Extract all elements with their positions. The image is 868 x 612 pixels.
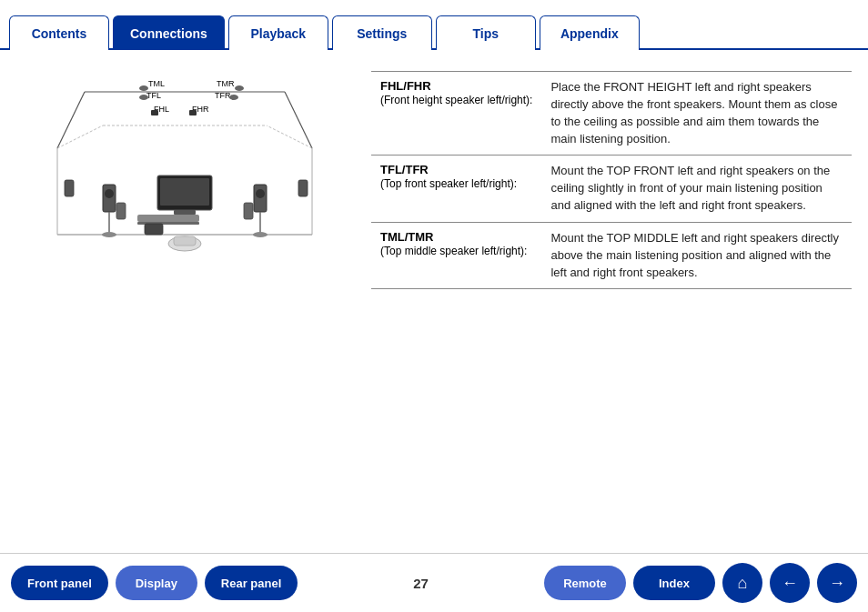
svg-rect-13 (151, 110, 158, 115)
svg-point-9 (229, 95, 238, 100)
forward-arrow-icon: → (829, 574, 845, 593)
svg-point-6 (235, 85, 244, 91)
desc-cell: Mount the TOP FRONT left and right speak… (541, 156, 852, 223)
forward-button[interactable]: → (817, 563, 857, 603)
term-sub-label: (Top middle speaker left/right): (380, 245, 527, 257)
svg-rect-22 (160, 178, 209, 206)
home-icon: ⌂ (738, 574, 748, 593)
bottom-nav-left: Front panel Display Rear panel (11, 566, 298, 600)
svg-point-10 (139, 95, 148, 100)
svg-rect-31 (298, 180, 308, 196)
table-row: TFL/TFR (Top front speaker left/right): … (371, 156, 852, 223)
svg-text:TFR: TFR (215, 91, 231, 100)
speaker-info-table: FHL/FHR (Front height speaker left/right… (371, 71, 852, 289)
term-sub-label: (Top front speaker left/right): (380, 177, 517, 190)
rear-panel-button[interactable]: Rear panel (205, 566, 298, 600)
info-section: FHL/FHR (Front height speaker left/right… (371, 66, 852, 544)
term-label: FHL/FHR (380, 79, 431, 93)
table-row: FHL/FHR (Front height speaker left/right… (371, 72, 852, 156)
term-cell: TML/TMR (Top middle speaker left/right): (371, 222, 541, 289)
svg-point-40 (253, 232, 267, 237)
svg-point-27 (105, 189, 114, 198)
tab-connections[interactable]: Connections (113, 15, 225, 50)
remote-button[interactable]: Remote (544, 566, 626, 600)
tab-settings[interactable]: Settings (332, 15, 432, 50)
svg-rect-32 (116, 203, 126, 219)
desc-cell: Place the FRONT HEIGHT left and right sp… (541, 72, 852, 156)
back-button[interactable]: ← (770, 563, 810, 603)
term-sub-label: (Front height speaker left/right): (380, 94, 532, 106)
svg-rect-24 (137, 215, 199, 222)
svg-text:TMR: TMR (217, 79, 235, 88)
svg-rect-14 (189, 110, 197, 115)
svg-rect-23 (174, 210, 196, 215)
front-panel-button[interactable]: Front panel (11, 566, 108, 600)
svg-point-38 (102, 232, 116, 237)
tab-playback[interactable]: Playback (228, 15, 328, 50)
svg-point-29 (256, 189, 265, 198)
bottom-navigation: Front panel Display Rear panel 27 Remote… (0, 553, 868, 612)
tab-appendix[interactable]: Appendix (540, 15, 640, 50)
term-label: TFL/TFR (380, 163, 429, 176)
speaker-diagram-area: TML TMR TFL TFR FHR FHL (16, 66, 353, 544)
svg-line-18 (57, 125, 103, 148)
top-navigation: Contents Connections Playback Settings T… (0, 0, 868, 50)
svg-line-19 (267, 125, 312, 148)
tab-contents[interactable]: Contents (9, 15, 109, 50)
table-row: TML/TMR (Top middle speaker left/right):… (371, 222, 852, 289)
bottom-nav-right: Remote Index ⌂ ← → (544, 563, 857, 603)
svg-text:TFL: TFL (146, 91, 161, 100)
speaker-diagram-svg: TML TMR TFL TFR FHR FHL (30, 75, 339, 266)
home-button[interactable]: ⌂ (722, 563, 762, 603)
term-label: TML/TMR (380, 230, 433, 244)
svg-line-2 (285, 92, 312, 148)
display-button[interactable]: Display (116, 566, 197, 600)
svg-text:TML: TML (148, 79, 165, 88)
term-cell: TFL/TFR (Top front speaker left/right): (371, 156, 541, 223)
main-content: TML TMR TFL TFR FHR FHL (0, 50, 868, 553)
term-cell: FHL/FHR (Front height speaker left/right… (371, 72, 541, 156)
svg-rect-34 (145, 224, 163, 235)
svg-line-1 (57, 92, 85, 148)
index-button[interactable]: Index (633, 566, 715, 600)
desc-cell: Mount the TOP MIDDLE left and right spea… (541, 222, 852, 289)
tab-tips[interactable]: Tips (436, 15, 536, 50)
page-number: 27 (413, 576, 429, 591)
svg-rect-36 (174, 236, 196, 246)
svg-rect-33 (244, 203, 253, 219)
back-arrow-icon: ← (782, 574, 798, 593)
svg-rect-30 (65, 180, 74, 196)
